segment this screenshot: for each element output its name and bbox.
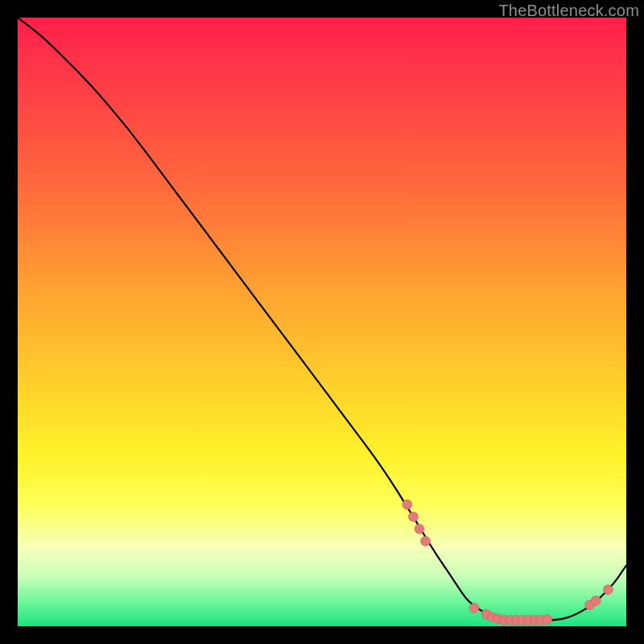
- chart-stage: TheBottleneck.com: [0, 0, 644, 644]
- curve-layer: [18, 18, 626, 626]
- curve-marker: [543, 615, 552, 625]
- curve-marker: [408, 512, 418, 522]
- curve-markers: [402, 500, 613, 625]
- curve-marker: [469, 603, 479, 613]
- curve-marker: [603, 585, 613, 595]
- watermark-text: TheBottleneck.com: [498, 2, 639, 20]
- curve-marker: [421, 536, 431, 546]
- curve-marker: [591, 596, 601, 605]
- curve-marker: [415, 524, 424, 534]
- plot-area: [18, 18, 626, 626]
- curve-marker: [402, 500, 412, 510]
- bottleneck-curve: [18, 18, 626, 620]
